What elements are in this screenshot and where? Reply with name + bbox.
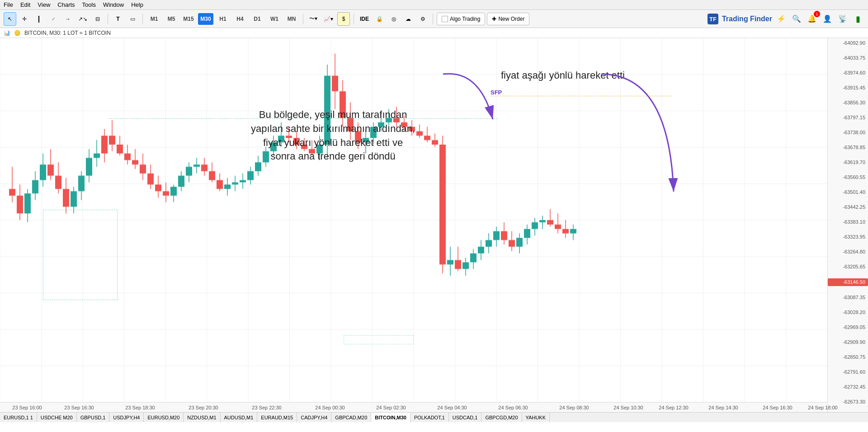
symbol-tab-4[interactable]: EURUSD,M20	[144, 413, 184, 423]
sep1	[108, 14, 108, 24]
tf-icons: ⚡ 🔍 🔔 1 👤 📡 ▮	[775, 13, 864, 25]
symbol-tab-12[interactable]: USDCAD,1	[449, 413, 482, 423]
text-tool[interactable]: T	[112, 12, 124, 26]
price-label-63678.85: -63678.85	[828, 144, 868, 151]
ide-btn[interactable]: IDE	[358, 12, 371, 26]
time-label: 23 Sep 18:30	[125, 405, 155, 410]
menu-tools[interactable]: Tools	[82, 1, 96, 8]
symbol-tab-11[interactable]: POLKADOT,1	[410, 413, 449, 423]
sep4	[354, 14, 354, 24]
trend-line-tool[interactable]: ⟋	[47, 12, 60, 26]
symbol-tab-8[interactable]: CADJPY,H4	[297, 413, 331, 423]
price-label-63738.00: -63738.00	[828, 129, 868, 136]
symbol-tab-6[interactable]: AUDUSD,M1	[221, 413, 258, 423]
price-scale: -64092.90-64033.75-63974.60-63915.45-638…	[827, 38, 868, 422]
menu-charts[interactable]: Charts	[57, 1, 75, 8]
symbol-tab-13[interactable]: GBPCGD,M20	[481, 413, 522, 423]
time-label: 24 Sep 00:30	[315, 405, 344, 410]
radio-btn[interactable]: ◎	[387, 12, 400, 26]
tf-w1[interactable]: W1	[267, 13, 282, 25]
indicators-btn[interactable]: 📈▾	[321, 12, 335, 26]
tf-m1[interactable]: M1	[146, 13, 162, 25]
price-label-63442.25: -63442.25	[828, 204, 868, 211]
new-order-icon: ✚	[492, 16, 496, 22]
chart-info-bar: 📊 🪙 BITCOIN, M30: 1 LOT = 1 BITCOIN	[0, 28, 868, 38]
cloud-btn[interactable]: ☁	[402, 12, 415, 26]
time-label: 24 Sep 12:30	[659, 405, 688, 410]
cursor-tool[interactable]: ↖	[4, 12, 16, 26]
symbol-tab-0[interactable]: EURUSD,1 1	[0, 413, 37, 423]
price-label-62909.90: -62909.90	[828, 339, 868, 346]
tf-green-bar[interactable]: ▮	[852, 13, 864, 25]
period-separator-btn[interactable]: $	[337, 12, 350, 26]
shapes-tool[interactable]: ▭	[126, 12, 139, 26]
price-label-63501.40: -63501.40	[828, 189, 868, 196]
tf-m30[interactable]: M30	[198, 13, 213, 25]
symbol-tab-5[interactable]: NZDUSD,M1	[184, 413, 220, 423]
menu-file[interactable]: File	[4, 1, 13, 8]
symbol-tab-14[interactable]: YAHUKK	[522, 413, 550, 423]
menu-bar: File Edit View Charts Tools Window Help	[0, 0, 868, 10]
time-label: 24 Sep 04:30	[437, 405, 467, 410]
price-label-64092.90: -64092.90	[828, 40, 868, 47]
tf-icon1[interactable]: ⚡	[775, 13, 788, 25]
symbol-tab-2[interactable]: GBPUSD,1	[77, 413, 110, 423]
time-label: 24 Sep 02:30	[376, 405, 406, 410]
tf-logo: TF Trading Finder	[707, 13, 772, 25]
time-label: 24 Sep 10:30	[613, 405, 643, 410]
time-label: 24 Sep 06:30	[498, 405, 528, 410]
ray-tool[interactable]: →	[61, 12, 74, 26]
tf-search-btn[interactable]: 🔍	[790, 13, 803, 25]
toolbar-right: TF Trading Finder ⚡ 🔍 🔔 1 👤 📡 ▮	[701, 13, 864, 25]
menu-view[interactable]: View	[38, 1, 50, 8]
price-label-63205.65: -63205.65	[828, 263, 868, 270]
tf-d1[interactable]: D1	[250, 13, 265, 25]
time-label: 24 Sep 14:30	[708, 405, 738, 410]
symbol-tab-1[interactable]: USDCHE M20	[37, 413, 77, 423]
price-label-63264.80: -63264.80	[828, 249, 868, 255]
chart-container[interactable]: -64092.90-64033.75-63974.60-63915.45-638…	[0, 38, 868, 422]
symbol-tab-10[interactable]: BITCOIN,M30	[371, 413, 410, 423]
price-label-62850.75: -62850.75	[828, 354, 868, 361]
time-axis: 23 Sep 16:0023 Sep 16:3023 Sep 18:3023 S…	[0, 402, 827, 412]
time-label: 24 Sep 18:00	[808, 405, 837, 410]
channel-tool[interactable]: ↗↘	[76, 12, 90, 26]
sep3	[303, 14, 303, 24]
time-label: 23 Sep 20:30	[189, 405, 218, 410]
menu-window[interactable]: Window	[103, 1, 124, 8]
price-label-64033.75: -64033.75	[828, 55, 868, 61]
tf-logo-icon: TF	[707, 13, 719, 25]
tf-h1[interactable]: H1	[215, 13, 231, 25]
tf-m15[interactable]: M15	[181, 13, 196, 25]
price-label-62969.05: -62969.05	[828, 324, 868, 331]
tf-signal-btn[interactable]: 📡	[836, 13, 849, 25]
algo-label: Algo Trading	[450, 16, 480, 22]
symbol-tab-9[interactable]: GBPCAD,M20	[331, 413, 371, 423]
bitcoin-icon: 🪙	[14, 30, 21, 36]
time-label: 24 Sep 16:30	[763, 405, 792, 410]
symbol-tab-7[interactable]: EURAUD,M15	[257, 413, 297, 423]
toolbar: ↖ ✛ | ⟋ → ↗↘ ⊟ T ▭ M1 M5 M15 M30 H1 H4 D…	[0, 10, 868, 28]
tf-user-btn[interactable]: 👤	[821, 13, 834, 25]
notification-count: 1	[814, 11, 820, 17]
menu-help[interactable]: Help	[131, 1, 143, 8]
price-label-62791.60: -62791.60	[828, 369, 868, 376]
tf-h4[interactable]: H4	[232, 13, 248, 25]
new-order-btn[interactable]: ✚ New Order	[487, 13, 529, 25]
multi-tool[interactable]: ⊟	[91, 12, 104, 26]
candlestick-chart[interactable]	[0, 38, 827, 402]
tf-mn[interactable]: MN	[284, 13, 299, 25]
menu-edit[interactable]: Edit	[20, 1, 30, 8]
lock-btn[interactable]: 🔒	[373, 12, 386, 26]
tf-m5[interactable]: M5	[164, 13, 179, 25]
time-label: 24 Sep 08:30	[559, 405, 589, 410]
algo-trading-btn[interactable]: Algo Trading	[437, 13, 485, 25]
price-label-63619.70: -63619.70	[828, 159, 868, 166]
tf-name: Trading Finder	[722, 15, 772, 23]
chart-type-btn[interactable]: 〜▾	[307, 12, 320, 26]
crosshair-tool[interactable]: ✛	[18, 12, 31, 26]
vertical-line-tool[interactable]: |	[33, 12, 45, 26]
price-label-63560.55: -63560.55	[828, 174, 868, 181]
settings-btn[interactable]: ⚙	[416, 12, 429, 26]
symbol-tab-3[interactable]: USDJPY,H4	[109, 413, 144, 423]
